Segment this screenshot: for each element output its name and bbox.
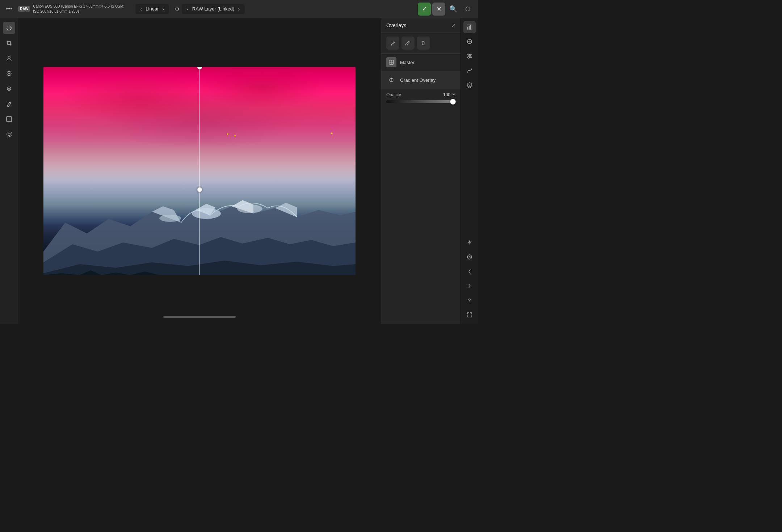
top-toolbar: ••• RAW Canon EOS 50D (Canon EF-S 17-85m… — [0, 0, 478, 18]
delete-overlay-button[interactable] — [417, 37, 430, 50]
layer-prev-button[interactable]: ‹ — [185, 5, 190, 13]
master-icon — [386, 57, 396, 67]
svg-point-34 — [468, 57, 469, 58]
brush-overlay-button[interactable] — [386, 37, 399, 50]
overlay-tools — [381, 33, 461, 54]
gradient-overlay-icon — [386, 75, 396, 85]
portrait-tool[interactable] — [3, 52, 15, 64]
heal-tool[interactable] — [3, 67, 15, 80]
clock-button[interactable] — [463, 251, 476, 263]
preset-next-button[interactable]: › — [161, 5, 165, 13]
master-label: Master — [400, 60, 415, 65]
navigate-button[interactable] — [463, 236, 476, 249]
main-area: ✦ ✦ ✦ Overlays ⤢ — [0, 18, 478, 324]
svg-rect-25 — [468, 26, 470, 30]
scrollbar-container — [18, 313, 381, 320]
fullscreen-button[interactable] — [463, 309, 476, 321]
preset-nav: ‹ Linear › — [135, 4, 169, 14]
layer-label: RAW Layer (Linked) — [192, 6, 235, 12]
nav-prev-button[interactable] — [463, 265, 476, 278]
panel-expand-button[interactable]: ⤢ — [451, 22, 455, 28]
opacity-slider-thumb[interactable] — [450, 99, 456, 105]
svg-point-23 — [391, 78, 392, 79]
clone-tool[interactable] — [3, 83, 15, 95]
far-right-panel: ? — [461, 18, 478, 324]
opacity-slider[interactable] — [386, 100, 455, 103]
hand-tool[interactable] — [3, 22, 15, 34]
opacity-section: Opacity 100 % — [381, 89, 461, 107]
layer-separator-icon: ⚙ — [175, 6, 180, 12]
svg-point-33 — [470, 55, 471, 57]
opacity-value: 100 % — [443, 92, 455, 97]
export-button[interactable]: ⬡ — [461, 3, 474, 16]
left-sidebar — [0, 18, 18, 324]
gradient-overlay-item[interactable]: Gradient Overlay — [381, 71, 461, 89]
nav-next-button[interactable] — [463, 280, 476, 292]
canvas-area[interactable]: ✦ ✦ ✦ — [18, 18, 381, 324]
svg-point-32 — [468, 54, 470, 55]
search-button[interactable]: 🔍 — [447, 3, 460, 16]
preset-prev-button[interactable]: ‹ — [139, 5, 144, 13]
gradient-tool[interactable] — [3, 113, 15, 125]
accept-button[interactable]: ✓ — [418, 3, 431, 16]
reject-button[interactable]: ✕ — [432, 3, 445, 16]
overlay-master: Master — [381, 54, 461, 71]
help-button[interactable]: ? — [463, 294, 476, 307]
overlays-panel: Overlays ⤢ — [381, 18, 461, 324]
scrollbar-thumb[interactable] — [163, 316, 236, 318]
transform-tool[interactable] — [3, 128, 15, 140]
crop-tool[interactable] — [3, 37, 15, 49]
layers-button[interactable] — [463, 79, 476, 91]
curve-button[interactable] — [463, 64, 476, 77]
opacity-label: Opacity — [386, 92, 401, 97]
photo-container: ✦ ✦ ✦ — [43, 67, 356, 275]
global-button[interactable] — [463, 35, 476, 48]
layer-next-button[interactable]: › — [236, 5, 241, 13]
svg-rect-26 — [470, 25, 471, 30]
photo-canvas: ✦ ✦ ✦ — [43, 67, 356, 275]
camera-info: Canon EOS 50D (Canon EF-S 17-85mm f/4-5.… — [33, 4, 124, 14]
svg-point-0 — [8, 56, 10, 58]
toolbar-right: ✓ ✕ 🔍 ⬡ — [418, 3, 474, 16]
paint-tool[interactable] — [3, 98, 15, 110]
histogram-button[interactable] — [463, 21, 476, 33]
svg-point-3 — [8, 88, 10, 89]
svg-point-19 — [391, 45, 392, 46]
svg-rect-6 — [7, 132, 11, 136]
pencil-overlay-button[interactable] — [401, 37, 415, 50]
gradient-overlay-label: Gradient Overlay — [400, 77, 455, 83]
svg-point-2 — [7, 87, 11, 90]
panel-title: Overlays — [386, 22, 406, 28]
svg-rect-7 — [8, 133, 10, 135]
layer-nav: ‹ RAW Layer (Linked) › — [182, 4, 245, 14]
preset-label: Linear — [146, 6, 159, 12]
photo-gradient-overlay — [43, 67, 356, 275]
more-options-button[interactable]: ••• — [0, 5, 18, 13]
panel-header: Overlays ⤢ — [381, 18, 461, 33]
raw-badge: RAW — [18, 6, 30, 12]
adjust-button[interactable] — [463, 50, 476, 62]
opacity-row: Opacity 100 % — [386, 92, 455, 97]
